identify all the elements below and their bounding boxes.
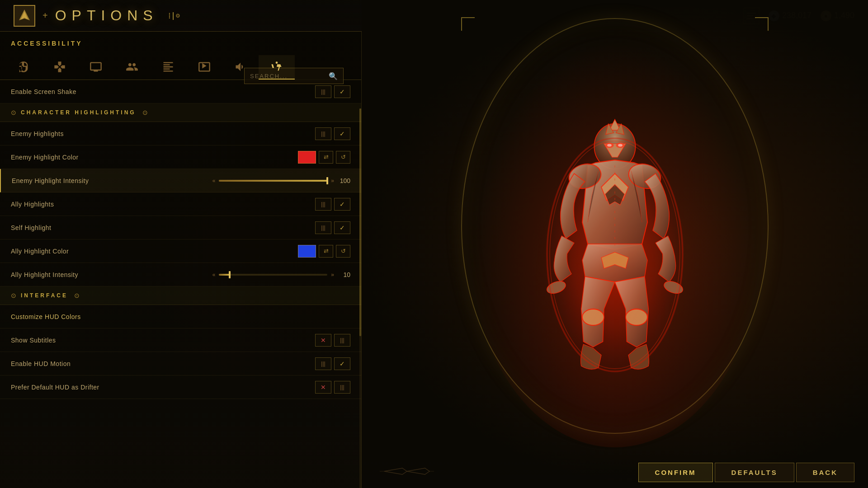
setting-controls: ||| ✓: [315, 221, 350, 234]
setting-self-highlight: Self Highlight ||| ✓: [0, 216, 361, 239]
slider-thumb[interactable]: [229, 271, 231, 278]
tab-video[interactable]: [186, 55, 222, 80]
screen-shake-toggle-check[interactable]: ✓: [334, 85, 350, 98]
setting-ally-highlight-color: Ally Highlight Color ⇄ ↺: [0, 239, 361, 263]
title-decoration: ⁞ | ⚙: [168, 11, 181, 21]
slider-track[interactable]: [219, 180, 327, 182]
setting-label: Customize HUD Colors: [11, 313, 350, 320]
setting-enemy-highlight-intensity: Enemy Highlight Intensity « » 100: [0, 169, 361, 192]
self-highlight-bars[interactable]: |||: [315, 221, 331, 234]
slider-left-arrow[interactable]: «: [212, 178, 216, 184]
default-hud-x[interactable]: ✕: [315, 381, 331, 394]
setting-customize-hud[interactable]: Customize HUD Colors: [0, 305, 361, 328]
scroll-indicator: [359, 108, 361, 488]
page-title: OPTIONS: [55, 7, 158, 24]
setting-label: Prefer Default HUD as Drifter: [11, 384, 315, 391]
tab-gamepad[interactable]: [42, 55, 78, 80]
right-panel: CONFIRM DEFAULTS BACK: [362, 0, 868, 488]
intensity-value: 100: [337, 177, 350, 184]
enemy-color-reset[interactable]: ↺: [336, 151, 350, 164]
setting-prefer-default-hud: Prefer Default HUD as Drifter ✕ |||: [0, 375, 361, 399]
svg-point-20: [626, 309, 647, 325]
setting-controls: ||| ✓: [315, 198, 350, 211]
svg-point-19: [582, 309, 604, 325]
defaults-button[interactable]: DEFAULTS: [715, 463, 794, 482]
ally-color-reset[interactable]: ↺: [336, 245, 350, 258]
slider-right-arrow[interactable]: »: [331, 178, 334, 184]
setting-label: Ally Highlight Intensity: [11, 271, 212, 278]
enemy-color-randomize[interactable]: ⇄: [319, 151, 333, 164]
back-button[interactable]: BACK: [796, 463, 854, 482]
ally-intensity-slider: « »: [212, 272, 334, 278]
tab-interface2[interactable]: [150, 55, 186, 80]
slider-track[interactable]: [219, 274, 327, 276]
ally-highlights-check[interactable]: ✓: [334, 198, 350, 211]
section-icon-iface: ⊙: [11, 292, 16, 299]
ally-color-swatch[interactable]: [298, 245, 316, 258]
screen-shake-toggle-bars[interactable]: |||: [315, 85, 331, 98]
setting-controls: « » 10: [212, 271, 350, 278]
slider-right-arrow[interactable]: »: [331, 272, 334, 278]
setting-enable-hud-motion: Enable HUD Motion ||| ✓: [0, 352, 361, 375]
tab-social[interactable]: [114, 55, 150, 80]
section-icon-char: ⊙: [11, 109, 16, 116]
setting-label: Ally Highlight Color: [11, 248, 298, 255]
page-wrapper: + OPTIONS ⁞ | ⚙ ◆ 238,017 ●: [0, 0, 868, 488]
setting-label: Enable Screen Shake: [11, 88, 315, 95]
enemy-highlights-check[interactable]: ✓: [334, 127, 350, 140]
ally-intensity-value: 10: [337, 271, 350, 278]
logo-icon: [14, 5, 35, 27]
tab-mouse[interactable]: [5, 55, 42, 80]
tab-audio[interactable]: [222, 55, 259, 80]
section-icon-iface2: ⊙: [74, 292, 80, 299]
setting-enemy-highlights: Enemy Highlights ||| ✓: [0, 122, 361, 145]
default-hud-bars[interactable]: |||: [334, 381, 350, 394]
svg-point-5: [276, 61, 278, 64]
section-character-highlighting: ⊙ CHARACTER HIGHLIGHTING ⊙: [0, 103, 361, 122]
setting-controls: ✕ |||: [315, 381, 350, 394]
hud-motion-check[interactable]: ✓: [334, 357, 350, 370]
options-logo: + OPTIONS ⁞ | ⚙: [14, 5, 180, 27]
confirm-button[interactable]: CONFIRM: [638, 463, 713, 482]
setting-controls: « » 100: [212, 177, 350, 184]
slider-thumb[interactable]: [326, 177, 328, 184]
setting-ally-highlight-intensity: Ally Highlight Intensity « » 10: [0, 263, 361, 286]
slider-fill: [219, 180, 327, 182]
enemy-color-swatch[interactable]: [298, 151, 316, 164]
section-title-char: CHARACTER HIGHLIGHTING: [21, 109, 136, 116]
intensity-slider: « »: [212, 178, 334, 184]
setting-label: Enemy Highlights: [11, 130, 315, 137]
tab-display[interactable]: [78, 55, 114, 80]
ally-highlights-bars[interactable]: |||: [315, 198, 331, 211]
hud-motion-bars[interactable]: |||: [315, 357, 331, 370]
svg-point-23: [607, 144, 612, 147]
left-panel: ACCESSIBILITY 🔍: [0, 32, 362, 488]
setting-controls: ||| ✓: [315, 85, 350, 98]
setting-controls: ✕ |||: [315, 334, 350, 347]
character-figure: [497, 68, 732, 420]
setting-enemy-highlight-color: Enemy Highlight Color ⇄ ↺: [0, 145, 361, 169]
enemy-highlights-bars[interactable]: |||: [315, 127, 331, 140]
setting-label: Enemy Highlight Intensity: [12, 177, 212, 184]
setting-ally-highlights: Ally Highlights ||| ✓: [0, 192, 361, 216]
character-svg: [533, 113, 696, 375]
setting-controls: ||| ✓: [315, 127, 350, 140]
setting-label: Self Highlight: [11, 224, 315, 231]
setting-controls: ⇄ ↺: [298, 245, 350, 258]
corner-decoration-tr: [755, 17, 769, 31]
panel-header: ACCESSIBILITY: [0, 32, 361, 53]
corner-decoration-tl: [461, 17, 475, 31]
ally-color-randomize[interactable]: ⇄: [319, 245, 333, 258]
slider-left-arrow[interactable]: «: [212, 272, 216, 278]
tab-accessibility[interactable]: [259, 55, 295, 80]
setting-label: Enable HUD Motion: [11, 360, 315, 367]
bottom-buttons: CONFIRM DEFAULTS BACK: [362, 456, 868, 488]
subtitles-toggle-x[interactable]: ✕: [315, 334, 331, 347]
scroll-thumb[interactable]: [359, 108, 361, 336]
self-highlight-check[interactable]: ✓: [334, 221, 350, 234]
setting-label: Ally Highlights: [11, 201, 315, 208]
bottom-decoration: [380, 465, 434, 480]
section-title-iface: INTERFACE: [21, 292, 68, 299]
setting-label: Enemy Highlight Color: [11, 154, 298, 161]
subtitles-toggle-bars[interactable]: |||: [334, 334, 350, 347]
